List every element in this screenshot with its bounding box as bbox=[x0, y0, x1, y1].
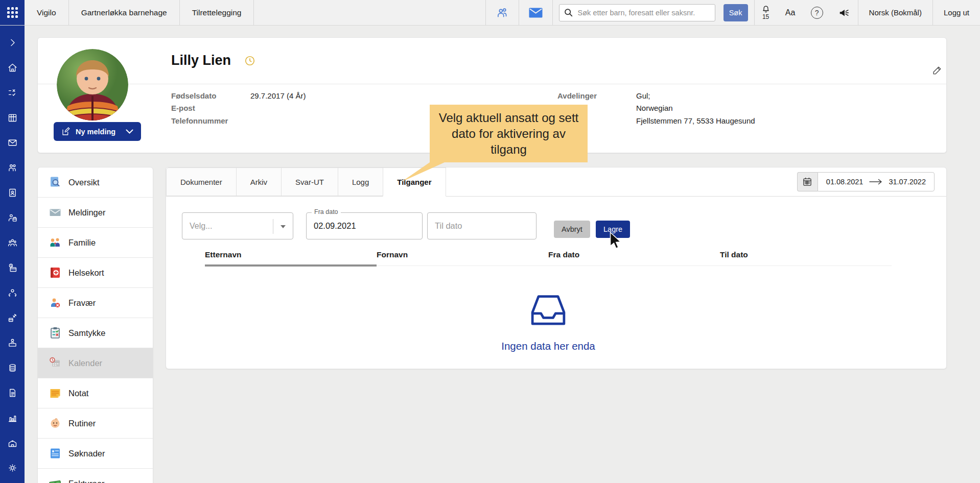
column-header-til-dato[interactable]: Til dato bbox=[720, 250, 892, 259]
search-area: Søk bbox=[559, 4, 748, 21]
document-search-icon bbox=[49, 176, 62, 189]
language-selector[interactable]: Norsk (Bokmål) bbox=[858, 0, 932, 25]
rail-economy-button[interactable] bbox=[0, 355, 25, 380]
sidebar-item-label: Helsekort bbox=[68, 268, 104, 278]
school-year-range: 01.08.2021 31.07.2022 bbox=[797, 172, 935, 191]
id-card-icon bbox=[7, 187, 18, 198]
column-header-fornavn[interactable]: Fornavn bbox=[377, 250, 548, 259]
from-date-input[interactable] bbox=[307, 213, 422, 239]
to-date-input[interactable] bbox=[428, 213, 536, 239]
rail-person-schedule-button[interactable] bbox=[0, 205, 25, 230]
rail-tools-button[interactable] bbox=[0, 305, 25, 330]
detail-row: AvdelingerGul; bbox=[444, 89, 755, 102]
sidebar-item-notat[interactable]: Notat bbox=[38, 378, 153, 408]
search-input[interactable] bbox=[559, 4, 715, 21]
rail-messages-button[interactable] bbox=[0, 130, 25, 155]
tab-logg[interactable]: Logg bbox=[338, 167, 383, 196]
rail-reception-button[interactable] bbox=[0, 330, 25, 355]
arrow-right-icon bbox=[869, 179, 882, 185]
detail-row: E-post bbox=[171, 102, 306, 115]
employee-select[interactable]: Velg... bbox=[182, 212, 293, 239]
sidebar-item-label: Rutiner bbox=[68, 419, 96, 428]
rail-home-button[interactable] bbox=[0, 55, 25, 80]
rail-statistics-button[interactable] bbox=[0, 405, 25, 430]
tab-arkiv[interactable]: Arkiv bbox=[236, 167, 282, 196]
invoice-money-icon bbox=[49, 477, 62, 483]
calendar-clock-icon bbox=[49, 356, 62, 370]
notifications-button[interactable]: 15 bbox=[755, 0, 777, 25]
tab-label: Arkiv bbox=[250, 178, 267, 186]
tab-svar-ut[interactable]: Svar-UT bbox=[281, 167, 338, 196]
field-value: Norwegian bbox=[636, 104, 673, 112]
date-range-field[interactable]: 01.08.2021 31.07.2022 bbox=[818, 172, 935, 191]
sidebar-item-soknader[interactable]: Søknader bbox=[38, 439, 153, 469]
clock-icon bbox=[244, 55, 255, 66]
messages-button[interactable] bbox=[519, 0, 552, 25]
sidebar-item-kalender[interactable]: Kalender bbox=[38, 348, 153, 378]
profile-details-left: Fødselsdato29.7.2017 (4 År) E-post Telef… bbox=[171, 89, 306, 127]
compose-icon bbox=[61, 127, 71, 136]
sticky-note-icon bbox=[49, 387, 62, 400]
rail-children-button[interactable] bbox=[0, 155, 25, 180]
sort-indicator bbox=[205, 264, 377, 267]
rail-schedule-button[interactable] bbox=[0, 255, 25, 280]
select-placeholder: Velg... bbox=[190, 222, 212, 231]
sidebar-item-fakturaer[interactable]: Fakturaer bbox=[38, 469, 153, 483]
application-doc-icon bbox=[49, 447, 62, 460]
search-box bbox=[559, 4, 715, 21]
edit-profile-button[interactable] bbox=[930, 63, 944, 77]
field-label: Avdelinger bbox=[444, 91, 597, 100]
calendar-grid-icon bbox=[7, 112, 18, 123]
family-icon bbox=[49, 236, 62, 249]
app-grid-button[interactable] bbox=[0, 0, 25, 25]
screen: Vigilo Gartnerløkka barnehage Tilrettele… bbox=[0, 0, 980, 483]
calendar-picker-button[interactable] bbox=[797, 172, 818, 191]
empty-state: Ingen data her enda bbox=[205, 294, 892, 352]
content-panel: Dokumenter Arkiv Svar-UT Logg Tilganger … bbox=[166, 167, 947, 369]
envelope-icon bbox=[529, 8, 543, 18]
contacts-button[interactable] bbox=[486, 0, 519, 25]
column-header-etternavn[interactable]: Etternavn bbox=[205, 250, 377, 259]
sidebar-item-samtykke[interactable]: Samtykke bbox=[38, 318, 153, 348]
from-date-field: Fra dato bbox=[306, 212, 423, 239]
column-header-fra-dato[interactable]: Fra dato bbox=[548, 250, 720, 259]
rail-tasks-button[interactable] bbox=[0, 80, 25, 105]
new-message-button[interactable]: Ny melding bbox=[54, 122, 141, 141]
two-people-icon bbox=[7, 162, 18, 173]
range-from-date: 01.08.2021 bbox=[826, 178, 864, 186]
announcements-button[interactable] bbox=[830, 7, 858, 18]
school-icon bbox=[7, 438, 18, 448]
cancel-button[interactable]: Avbryt bbox=[554, 221, 590, 238]
section-name[interactable]: Tilrettelegging bbox=[180, 0, 254, 25]
help-button[interactable]: ? bbox=[804, 7, 830, 19]
rail-calendar-button[interactable] bbox=[0, 105, 25, 130]
search-submit-button[interactable]: Søk bbox=[724, 4, 748, 21]
rail-groups-button[interactable] bbox=[0, 230, 25, 255]
sidebar-item-fravaer[interactable]: Fravær bbox=[38, 288, 153, 318]
field-value: Fjellstemmen 77, 5533 Haugesund bbox=[636, 116, 755, 125]
mouse-cursor bbox=[609, 231, 621, 250]
tab-label: Svar-UT bbox=[295, 178, 324, 186]
detail-row: Fødselsdato29.7.2017 (4 År) bbox=[171, 89, 306, 102]
sidebar-item-rutiner[interactable]: Rutiner bbox=[38, 408, 153, 439]
sidebar-item-label: Meldinger bbox=[68, 208, 105, 218]
logout-button[interactable]: Logg ut bbox=[933, 0, 980, 25]
sidebar-item-meldinger[interactable]: Meldinger bbox=[38, 198, 153, 228]
main-area: Lilly Lien Fødselsdato29.7.2017 (4 År) E… bbox=[25, 25, 980, 483]
rail-school-button[interactable] bbox=[0, 430, 25, 455]
field-label: Fødselsdato bbox=[171, 91, 250, 100]
rail-documents-button[interactable] bbox=[0, 380, 25, 405]
sidebar-item-familie[interactable]: Familie bbox=[38, 228, 153, 258]
rail-person-sync-button[interactable] bbox=[0, 280, 25, 305]
detail-row: Telefonnummer bbox=[171, 114, 306, 127]
sidebar-item-oversikt[interactable]: Oversikt bbox=[38, 167, 153, 198]
expand-menu-button[interactable] bbox=[0, 30, 25, 55]
sidebar-item-label: Notat bbox=[68, 389, 88, 398]
rail-idcard-button[interactable] bbox=[0, 180, 25, 205]
text-size-button[interactable]: Aa bbox=[777, 8, 804, 17]
org-name[interactable]: Gartnerløkka barnehage bbox=[69, 0, 179, 25]
rail-settings-button[interactable] bbox=[0, 455, 25, 480]
sidebar-item-helsekort[interactable]: Helsekort bbox=[38, 258, 153, 288]
avatar bbox=[57, 49, 128, 120]
tab-dokumenter[interactable]: Dokumenter bbox=[166, 167, 237, 196]
